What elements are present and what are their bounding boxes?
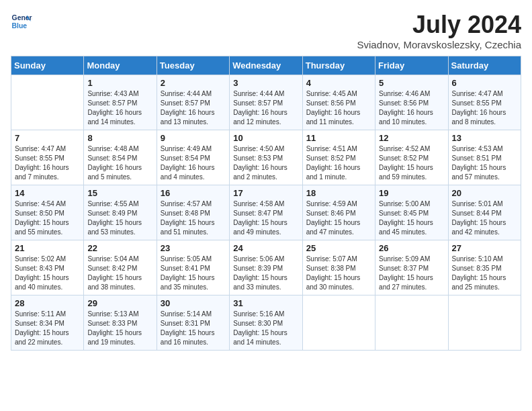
- day-info: Sunrise: 4:47 AM Sunset: 8:55 PM Dayligh…: [452, 89, 517, 127]
- day-info: Sunrise: 5:06 AM Sunset: 8:39 PM Dayligh…: [233, 255, 298, 292]
- day-number: 30: [161, 298, 226, 308]
- day-info: Sunrise: 5:01 AM Sunset: 8:44 PM Dayligh…: [452, 199, 517, 237]
- calendar-cell: 3Sunrise: 4:44 AM Sunset: 8:57 PM Daylig…: [230, 75, 302, 130]
- calendar-cell: 25Sunrise: 5:07 AM Sunset: 8:38 PM Dayli…: [302, 240, 375, 295]
- day-info: Sunrise: 5:16 AM Sunset: 8:30 PM Dayligh…: [233, 310, 298, 347]
- calendar-cell: 7Sunrise: 4:47 AM Sunset: 8:55 PM Daylig…: [11, 130, 84, 185]
- day-number: 24: [233, 243, 298, 253]
- day-info: Sunrise: 4:50 AM Sunset: 8:53 PM Dayligh…: [233, 144, 298, 182]
- svg-text:Blue: Blue: [12, 22, 28, 30]
- title-block: July 2024 Sviadnov, Moravskoslezsky, Cze…: [357, 11, 521, 50]
- calendar-cell: 15Sunrise: 4:55 AM Sunset: 8:49 PM Dayli…: [84, 185, 157, 240]
- day-number: 31: [233, 298, 298, 308]
- day-number: 8: [87, 133, 152, 143]
- calendar-cell: 30Sunrise: 5:14 AM Sunset: 8:31 PM Dayli…: [157, 295, 229, 351]
- day-info: Sunrise: 5:05 AM Sunset: 8:41 PM Dayligh…: [161, 255, 226, 292]
- calendar-cell: [375, 295, 448, 351]
- day-info: Sunrise: 4:49 AM Sunset: 8:54 PM Dayligh…: [161, 144, 226, 182]
- day-of-week-header: Saturday: [448, 56, 521, 75]
- day-info: Sunrise: 5:04 AM Sunset: 8:42 PM Dayligh…: [87, 255, 152, 292]
- day-info: Sunrise: 4:43 AM Sunset: 8:57 PM Dayligh…: [87, 89, 152, 127]
- day-info: Sunrise: 4:44 AM Sunset: 8:57 PM Dayligh…: [233, 89, 298, 127]
- day-info: Sunrise: 4:45 AM Sunset: 8:56 PM Dayligh…: [306, 89, 371, 127]
- day-info: Sunrise: 5:09 AM Sunset: 8:37 PM Dayligh…: [379, 255, 444, 292]
- day-number: 23: [161, 243, 226, 253]
- calendar-cell: 29Sunrise: 5:13 AM Sunset: 8:33 PM Dayli…: [84, 295, 157, 351]
- calendar-cell: 13Sunrise: 4:53 AM Sunset: 8:51 PM Dayli…: [448, 130, 521, 185]
- logo: General Blue: [11, 11, 32, 32]
- calendar-cell: 27Sunrise: 5:10 AM Sunset: 8:35 PM Dayli…: [448, 240, 521, 295]
- calendar-cell: 17Sunrise: 4:58 AM Sunset: 8:47 PM Dayli…: [230, 185, 302, 240]
- page-header: General Blue July 2024 Sviadnov, Moravsk…: [11, 11, 521, 50]
- day-info: Sunrise: 5:07 AM Sunset: 8:38 PM Dayligh…: [306, 255, 371, 292]
- day-number: 4: [306, 78, 371, 88]
- day-number: 15: [87, 188, 152, 198]
- day-info: Sunrise: 4:55 AM Sunset: 8:49 PM Dayligh…: [87, 199, 152, 237]
- day-info: Sunrise: 4:51 AM Sunset: 8:52 PM Dayligh…: [306, 144, 371, 182]
- calendar-cell: 2Sunrise: 4:44 AM Sunset: 8:57 PM Daylig…: [157, 75, 229, 130]
- day-number: 26: [379, 243, 444, 253]
- day-number: 17: [233, 188, 298, 198]
- day-info: Sunrise: 4:48 AM Sunset: 8:54 PM Dayligh…: [87, 144, 152, 182]
- calendar-cell: 22Sunrise: 5:04 AM Sunset: 8:42 PM Dayli…: [84, 240, 157, 295]
- day-info: Sunrise: 5:13 AM Sunset: 8:33 PM Dayligh…: [87, 310, 152, 347]
- calendar-cell: 31Sunrise: 5:16 AM Sunset: 8:30 PM Dayli…: [230, 295, 302, 351]
- svg-text:General: General: [12, 14, 32, 21]
- calendar-cell: 14Sunrise: 4:54 AM Sunset: 8:50 PM Dayli…: [11, 185, 84, 240]
- logo-icon: General Blue: [11, 11, 32, 32]
- location-subtitle: Sviadnov, Moravskoslezsky, Czechia: [357, 39, 521, 50]
- calendar-header: SundayMondayTuesdayWednesdayThursdayFrid…: [11, 56, 521, 75]
- day-info: Sunrise: 4:58 AM Sunset: 8:47 PM Dayligh…: [233, 199, 298, 237]
- day-info: Sunrise: 4:44 AM Sunset: 8:57 PM Dayligh…: [161, 89, 226, 127]
- day-number: 2: [161, 78, 226, 88]
- calendar-table: SundayMondayTuesdayWednesdayThursdayFrid…: [11, 56, 521, 351]
- calendar-cell: 20Sunrise: 5:01 AM Sunset: 8:44 PM Dayli…: [448, 185, 521, 240]
- day-number: 20: [452, 188, 517, 198]
- calendar-cell: 9Sunrise: 4:49 AM Sunset: 8:54 PM Daylig…: [157, 130, 229, 185]
- day-number: 22: [87, 243, 152, 253]
- day-info: Sunrise: 5:10 AM Sunset: 8:35 PM Dayligh…: [452, 255, 517, 292]
- calendar-cell: 21Sunrise: 5:02 AM Sunset: 8:43 PM Dayli…: [11, 240, 84, 295]
- day-of-week-header: Friday: [375, 56, 448, 75]
- day-number: 28: [15, 298, 80, 308]
- calendar-week-row: 1Sunrise: 4:43 AM Sunset: 8:57 PM Daylig…: [11, 75, 521, 130]
- day-number: 13: [452, 133, 517, 143]
- day-number: 3: [233, 78, 298, 88]
- calendar-cell: 24Sunrise: 5:06 AM Sunset: 8:39 PM Dayli…: [230, 240, 302, 295]
- day-number: 6: [452, 78, 517, 88]
- day-number: 16: [161, 188, 226, 198]
- day-number: 27: [452, 243, 517, 253]
- calendar-cell: 4Sunrise: 4:45 AM Sunset: 8:56 PM Daylig…: [302, 75, 375, 130]
- day-number: 21: [15, 243, 80, 253]
- day-number: 12: [379, 133, 444, 143]
- day-number: 11: [306, 133, 371, 143]
- day-info: Sunrise: 5:02 AM Sunset: 8:43 PM Dayligh…: [15, 255, 80, 292]
- day-info: Sunrise: 4:54 AM Sunset: 8:50 PM Dayligh…: [15, 199, 80, 237]
- calendar-cell: 28Sunrise: 5:11 AM Sunset: 8:34 PM Dayli…: [11, 295, 84, 351]
- calendar-cell: [302, 295, 375, 351]
- day-info: Sunrise: 5:14 AM Sunset: 8:31 PM Dayligh…: [161, 310, 226, 347]
- day-number: 25: [306, 243, 371, 253]
- day-info: Sunrise: 5:11 AM Sunset: 8:34 PM Dayligh…: [15, 310, 80, 347]
- day-info: Sunrise: 5:00 AM Sunset: 8:45 PM Dayligh…: [379, 199, 444, 237]
- day-info: Sunrise: 4:53 AM Sunset: 8:51 PM Dayligh…: [452, 144, 517, 182]
- day-info: Sunrise: 4:52 AM Sunset: 8:52 PM Dayligh…: [379, 144, 444, 182]
- day-number: 7: [15, 133, 80, 143]
- calendar-cell: 5Sunrise: 4:46 AM Sunset: 8:56 PM Daylig…: [375, 75, 448, 130]
- day-number: 14: [15, 188, 80, 198]
- calendar-week-row: 28Sunrise: 5:11 AM Sunset: 8:34 PM Dayli…: [11, 295, 521, 351]
- calendar-cell: 6Sunrise: 4:47 AM Sunset: 8:55 PM Daylig…: [448, 75, 521, 130]
- day-info: Sunrise: 4:47 AM Sunset: 8:55 PM Dayligh…: [15, 144, 80, 182]
- day-info: Sunrise: 4:57 AM Sunset: 8:48 PM Dayligh…: [161, 199, 226, 237]
- day-number: 19: [379, 188, 444, 198]
- calendar-cell: 8Sunrise: 4:48 AM Sunset: 8:54 PM Daylig…: [84, 130, 157, 185]
- calendar-cell: 12Sunrise: 4:52 AM Sunset: 8:52 PM Dayli…: [375, 130, 448, 185]
- month-year-title: July 2024: [357, 11, 521, 39]
- calendar-week-row: 7Sunrise: 4:47 AM Sunset: 8:55 PM Daylig…: [11, 130, 521, 185]
- day-of-week-header: Thursday: [302, 56, 375, 75]
- calendar-cell: 19Sunrise: 5:00 AM Sunset: 8:45 PM Dayli…: [375, 185, 448, 240]
- day-of-week-header: Tuesday: [157, 56, 229, 75]
- calendar-cell: 1Sunrise: 4:43 AM Sunset: 8:57 PM Daylig…: [84, 75, 157, 130]
- day-of-week-header: Wednesday: [230, 56, 302, 75]
- day-number: 10: [233, 133, 298, 143]
